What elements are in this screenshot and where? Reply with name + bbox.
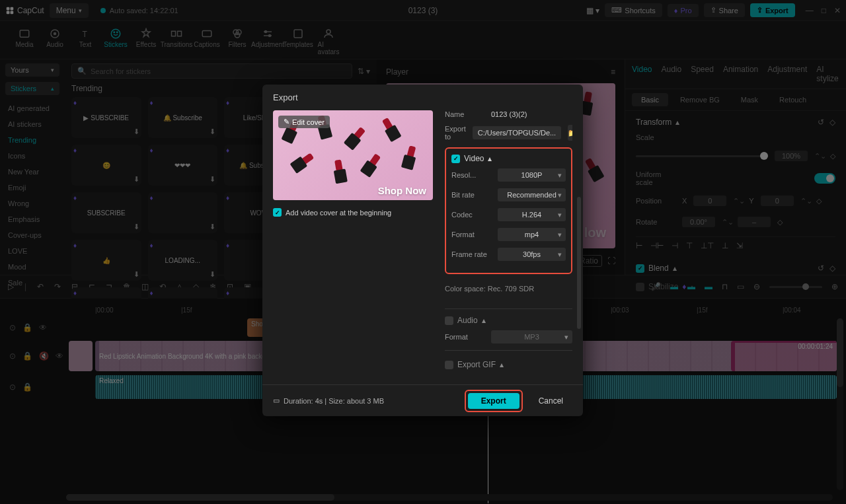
share-button[interactable]: ⇪ Share: [704, 3, 745, 17]
cancel-button[interactable]: Cancel: [529, 393, 572, 409]
search-input[interactable]: 🔍 Search for stickers: [71, 63, 352, 79]
keyframe-icon[interactable]: ◇: [829, 264, 835, 273]
sticker-cell[interactable]: ♦❤⬇: [71, 287, 141, 328]
pos-y[interactable]: 0: [761, 196, 794, 206]
sidebar-item-emoji[interactable]: Emoji: [5, 180, 59, 196]
sticker-cell[interactable]: ♦🔔 Subscribe⬇: [148, 97, 218, 138]
speed-icon[interactable]: ▣: [244, 282, 251, 291]
insp-tab-ai[interactable]: AI stylize: [816, 65, 839, 83]
mirror-icon[interactable]: △: [176, 282, 182, 291]
minimize-icon[interactable]: —: [806, 6, 814, 15]
undo-icon[interactable]: ↶: [37, 282, 44, 291]
zoom-slider[interactable]: [769, 286, 822, 288]
sidebar-item-emphasis[interactable]: Emphasis: [5, 211, 59, 227]
sidebar-item-ai-generated[interactable]: AI generated: [5, 100, 59, 116]
player-menu-icon[interactable]: ≡: [611, 67, 615, 77]
name-value[interactable]: 0123 (3)(2): [491, 110, 572, 118]
sticker-cell[interactable]: ♦SUBSCRIBE⬇: [71, 192, 141, 233]
bitrate-select[interactable]: Recommended: [498, 188, 566, 201]
pro-button[interactable]: ♦ Pro: [668, 4, 699, 17]
shortcuts-button[interactable]: ⌨ Shortcuts: [605, 3, 662, 17]
scale-value[interactable]: 100%: [775, 151, 808, 161]
sidebar-item-icons[interactable]: Icons: [5, 148, 59, 164]
insp-tab-audio[interactable]: Audio: [661, 65, 681, 83]
sticker-cell[interactable]: ♦👍⬇: [71, 240, 141, 281]
redo-icon[interactable]: ↷: [54, 282, 61, 291]
track-lock-icon[interactable]: 🔒: [22, 323, 32, 332]
video-checkbox[interactable]: ✓: [451, 155, 460, 163]
pointer-tool-icon[interactable]: ▷: [8, 282, 14, 291]
sort-icon[interactable]: ⇅ ▾: [358, 67, 370, 76]
zoom-out-icon[interactable]: ⊖: [753, 282, 760, 291]
insp-tab-adjustment[interactable]: Adjustment: [767, 65, 807, 83]
scale-stepper[interactable]: ⌃⌄: [814, 149, 824, 162]
tab-transitions[interactable]: Transitions: [161, 25, 192, 51]
tab-filters[interactable]: Filters: [222, 25, 252, 51]
share-icon[interactable]: ⇲: [736, 241, 743, 250]
sticker-cell[interactable]: ♦😊⬇: [71, 145, 141, 186]
marker3-icon[interactable]: ▬: [705, 282, 712, 291]
align-center-v-icon[interactable]: ⊥⊤: [701, 241, 714, 250]
align-left-icon[interactable]: ⊢: [636, 241, 642, 250]
track-lock-icon[interactable]: 🔒: [22, 351, 32, 361]
split-icon[interactable]: ⊟: [71, 282, 78, 291]
codec-select[interactable]: H.264: [498, 208, 566, 221]
tab-adjustment[interactable]: Adjustment: [252, 25, 283, 51]
video-badge[interactable]: 00:00:01:24: [731, 341, 837, 371]
subtab-retouch[interactable]: Retouch: [770, 93, 816, 106]
timeline-h-scrollbar[interactable]: [66, 494, 833, 501]
rotate-icon[interactable]: ◇: [193, 282, 199, 291]
tab-templates[interactable]: Templates: [283, 25, 313, 51]
layout-icon[interactable]: ▦ ▾: [586, 6, 599, 15]
track-target-icon[interactable]: ⊙: [9, 323, 16, 332]
align-bottom-icon[interactable]: ⊥: [722, 241, 728, 250]
crop2-icon[interactable]: ⊡: [227, 282, 233, 291]
tab-stickers[interactable]: Stickers: [100, 25, 131, 51]
subtab-basic[interactable]: Basic: [632, 93, 668, 106]
sticker-cell[interactable]: ♦▶ SUBSCRIBE⬇: [71, 97, 141, 138]
track-target-icon[interactable]: ⊙: [9, 351, 16, 361]
menu-button[interactable]: Menu ▾: [50, 3, 89, 18]
close-icon[interactable]: ✕: [834, 6, 841, 15]
timeline-v-scrollbar[interactable]: [837, 318, 843, 490]
freeze-icon[interactable]: ❄: [210, 282, 216, 291]
sticker-cell[interactable]: ♦❤❤❤⬇: [148, 145, 218, 186]
track-visible-icon[interactable]: 👁: [56, 351, 63, 361]
format-select[interactable]: mp4: [498, 228, 566, 241]
yours-pill[interactable]: Yours▾: [5, 63, 59, 77]
preview-icon[interactable]: ▭: [737, 282, 744, 291]
tab-text[interactable]: TText: [70, 25, 100, 51]
fullscreen-icon[interactable]: ⛶: [607, 256, 615, 266]
sticker-cell[interactable]: ♦LOADING...⬇: [148, 240, 218, 281]
reset-icon[interactable]: ↺: [818, 118, 824, 127]
keyframe-icon[interactable]: ◇: [816, 197, 822, 205]
sidebar-item-cover-ups[interactable]: Cover-ups: [5, 227, 59, 243]
tab-ai-avatars[interactable]: AI avatars: [313, 25, 344, 58]
track-visible-icon[interactable]: 👁: [39, 323, 47, 332]
sticker-cell[interactable]: ♦⬇: [148, 192, 218, 233]
insp-tab-speed[interactable]: Speed: [691, 65, 714, 83]
framerate-select[interactable]: 30fps: [498, 248, 566, 261]
stabilize-check[interactable]: [636, 283, 644, 291]
gif-checkbox[interactable]: [445, 361, 453, 369]
keyframe-icon[interactable]: ◇: [830, 152, 835, 161]
marker2-icon[interactable]: ▬: [687, 282, 695, 291]
stickers-pill[interactable]: Stickers▴: [5, 82, 59, 95]
uniform-toggle[interactable]: [814, 173, 835, 184]
align-top-icon[interactable]: ⊤: [686, 241, 693, 250]
modal-scrollbar[interactable]: [577, 197, 581, 329]
sidebar-item-wrong[interactable]: Wrong: [5, 196, 59, 211]
sticker-cell[interactable]: ♦● LIVE⬇: [148, 287, 218, 328]
audio-checkbox[interactable]: [445, 316, 453, 325]
tab-media[interactable]: Media: [9, 25, 40, 51]
add-cover-checkbox[interactable]: ✓: [273, 208, 282, 217]
insp-tab-animation[interactable]: Animation: [723, 65, 758, 83]
subtab-mask[interactable]: Mask: [732, 93, 767, 106]
magnet-icon[interactable]: ⊓: [722, 282, 728, 291]
export-button[interactable]: ⇪ Export: [750, 3, 795, 17]
rotate-value[interactable]: 0.00°: [682, 217, 715, 227]
keyframe-icon[interactable]: ◇: [777, 218, 783, 227]
zoom-in-icon[interactable]: ⊕: [831, 282, 838, 291]
reset-icon[interactable]: ↺: [818, 264, 824, 273]
mic-icon[interactable]: 🎤: [651, 282, 661, 291]
